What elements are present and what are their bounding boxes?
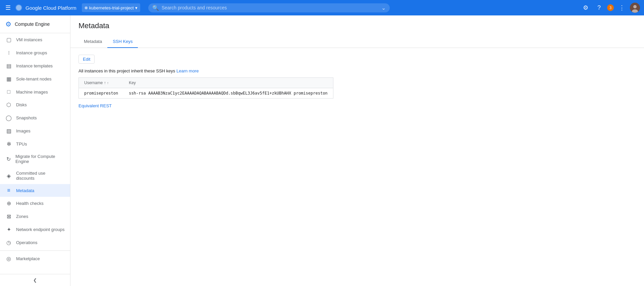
sidebar-item-images[interactable]: ▨ Images	[0, 124, 70, 137]
nav-right: ⚙ ? 3 ⋮	[580, 2, 640, 13]
sidebar-item-snapshots[interactable]: ◯ Snapshots	[0, 111, 70, 124]
vm-instances-icon: ▢	[5, 37, 12, 43]
sidebar-item-instance-groups[interactable]: ⁝ Instance groups	[0, 46, 70, 59]
sort-icon: ↑	[104, 80, 106, 85]
zones-icon: ⊠	[5, 213, 12, 220]
help-icon[interactable]: ?	[594, 2, 604, 13]
content-body: Edit All instances in this project inher…	[70, 48, 644, 115]
main-body: ⚙ Compute Engine ▢ VM instances ⁝ Instan…	[0, 15, 644, 286]
sidebar-item-label: Instance templates	[16, 63, 53, 68]
marketplace-icon: ◎	[5, 255, 12, 262]
app-name: Google Cloud Platform	[25, 5, 76, 11]
sidebar-item-vm-instances[interactable]: ▢ VM instances	[0, 33, 70, 46]
sidebar-item-label: Disks	[16, 102, 27, 107]
search-icon: 🔍	[152, 5, 159, 11]
username-column-header[interactable]: Username ↑	[79, 78, 124, 88]
search-bar: 🔍 ⌄	[148, 3, 390, 12]
page-title: Metadata	[78, 21, 636, 30]
snapshots-icon: ◯	[5, 115, 12, 121]
more-options-icon[interactable]: ⋮	[616, 2, 627, 13]
project-dropdown-icon: ▾	[135, 5, 138, 10]
info-text: All instances in this project inherit th…	[78, 68, 636, 73]
sidebar-item-label: Zones	[16, 214, 28, 219]
sidebar-item-migrate[interactable]: ↻ Migrate for Compute Engine	[0, 151, 70, 167]
sidebar-item-label: Images	[16, 128, 31, 133]
kubernetes-icon: ⎈	[85, 5, 88, 11]
sidebar-item-operations[interactable]: ◷ Operations	[0, 236, 70, 249]
tabs-bar: Metadata SSH Keys	[70, 36, 644, 48]
sidebar-item-label: Machine images	[16, 90, 48, 95]
key-cell: ssh-rsa AAAAB3NzaC1yc2EAAAADAQABAAAABAQD…	[123, 88, 333, 99]
learn-more-link[interactable]: Learn more	[176, 68, 199, 73]
sidebar-item-label: Metadata	[16, 188, 34, 193]
hamburger-menu[interactable]: ☰	[4, 3, 12, 13]
sidebar-collapse-button[interactable]: ❮	[0, 274, 70, 286]
ssh-keys-table: Username ↑ Key promisepreston ssh-rsa AA…	[78, 77, 333, 99]
instance-templates-icon: ▤	[5, 63, 12, 69]
tpus-icon: ✻	[5, 141, 12, 147]
search-expand-icon[interactable]: ⌄	[381, 5, 386, 11]
health-checks-icon: ⊕	[5, 200, 12, 207]
sidebar-item-machine-images[interactable]: □ Machine images	[0, 85, 70, 98]
sidebar-item-marketplace[interactable]: ◎ Marketplace	[0, 252, 70, 265]
table-body: promisepreston ssh-rsa AAAAB3NzaC1yc2EAA…	[79, 88, 333, 99]
gcp-logo-icon	[15, 4, 23, 12]
neg-icon: ✦	[5, 226, 12, 233]
operations-icon: ◷	[5, 239, 12, 246]
sidebar-item-label: Sole-tenant nodes	[16, 76, 52, 81]
sidebar-item-health-checks[interactable]: ⊕ Health checks	[0, 197, 70, 210]
logo-area: Google Cloud Platform	[15, 4, 76, 12]
sidebar-item-label: Snapshots	[16, 115, 37, 120]
notification-badge[interactable]: 3	[607, 4, 614, 11]
sidebar-item-instance-templates[interactable]: ▤ Instance templates	[0, 59, 70, 72]
equivalent-rest: Equivalent REST	[78, 103, 636, 108]
sidebar-item-tpus[interactable]: ✻ TPUs	[0, 137, 70, 151]
edit-button[interactable]: Edit	[78, 55, 95, 64]
sidebar-item-label: Instance groups	[16, 50, 47, 55]
sidebar-service-name: Compute Engine	[15, 21, 50, 27]
disks-icon: ⬡	[5, 102, 12, 108]
sidebar-divider	[0, 250, 70, 251]
project-name: kubernetes-trial-project	[89, 5, 134, 10]
tab-metadata[interactable]: Metadata	[78, 36, 107, 48]
collapse-icon: ❮	[33, 278, 37, 283]
sidebar-item-label: Marketplace	[16, 256, 40, 261]
project-selector[interactable]: ⎈ kubernetes-trial-project ▾	[82, 3, 140, 12]
avatar-image	[630, 3, 640, 13]
sidebar-item-disks[interactable]: ⬡ Disks	[0, 98, 70, 111]
sidebar-header: ⚙ Compute Engine	[0, 15, 70, 33]
sidebar-item-label: Network endpoint groups	[16, 227, 65, 232]
sidebar-item-network-endpoint-groups[interactable]: ✦ Network endpoint groups	[0, 223, 70, 236]
sole-tenant-icon: ▦	[5, 76, 12, 82]
top-navigation: ☰ Google Cloud Platform ⎈ kubernetes-tri…	[0, 0, 644, 15]
main-content: Metadata Metadata SSH Keys Edit All inst…	[70, 15, 644, 286]
sidebar-item-label: VM instances	[16, 37, 42, 42]
sidebar-item-label: Operations	[16, 240, 38, 245]
compute-engine-icon: ⚙	[5, 20, 11, 28]
sidebar-item-sole-tenant-nodes[interactable]: ▦ Sole-tenant nodes	[0, 72, 70, 85]
sidebar-item-label: Migrate for Compute Engine	[15, 154, 65, 164]
instance-groups-icon: ⁝	[5, 50, 12, 56]
table-row: promisepreston ssh-rsa AAAAB3NzaC1yc2EAA…	[79, 88, 333, 99]
machine-images-icon: □	[5, 89, 12, 95]
key-column-header: Key	[123, 78, 333, 88]
equivalent-rest-link[interactable]: Equivalent REST	[78, 103, 112, 108]
sidebar-item-zones[interactable]: ⊠ Zones	[0, 210, 70, 223]
metadata-icon: ≡	[5, 187, 12, 193]
svg-point-1	[633, 5, 637, 8]
sidebar: ⚙ Compute Engine ▢ VM instances ⁝ Instan…	[0, 15, 70, 286]
search-input[interactable]	[162, 5, 379, 10]
migrate-icon: ↻	[5, 156, 11, 162]
cloud-shell-icon[interactable]: ⚙	[580, 2, 591, 13]
page-header: Metadata	[70, 15, 644, 30]
user-avatar[interactable]	[630, 3, 640, 13]
sidebar-item-metadata[interactable]: ≡ Metadata	[0, 184, 70, 197]
committed-icon: ◈	[5, 173, 12, 179]
tab-ssh-keys[interactable]: SSH Keys	[107, 36, 138, 48]
sidebar-item-label: Committed use discounts	[16, 171, 65, 181]
table-header: Username ↑ Key	[79, 78, 333, 88]
sidebar-item-label: TPUs	[16, 141, 27, 147]
sidebar-item-committed[interactable]: ◈ Committed use discounts	[0, 167, 70, 184]
username-cell: promisepreston	[79, 88, 124, 99]
sidebar-item-label: Health checks	[16, 201, 44, 206]
